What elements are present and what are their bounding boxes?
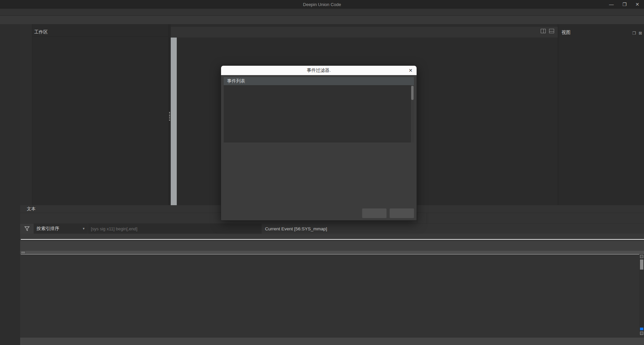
activity-bar [0,24,20,345]
menubar [0,9,644,16]
chevron-down-icon: ▼ [82,227,85,230]
workspace-panel: 工作区 [32,24,168,205]
window-title: Deepin Union Code [303,2,341,7]
vscrollbar-thumb[interactable] [640,260,643,270]
timeline-toolbar: 按索引排序 ▼ [sys sig x11] begin[,end] Curren… [20,223,644,234]
float-panel-icon[interactable]: ❐ [632,31,636,36]
scroll-down-icon[interactable] [640,332,643,335]
workspace-title: 工作区 [32,24,168,37]
view-panel: 视图 ❐ ⊠ [558,24,644,205]
hscrollbar-handle[interactable] [21,251,25,254]
scroll-selection-mark [640,328,643,330]
editor-split-controls [541,29,554,33]
timeline-search-input[interactable]: [sys sig x11] begin[,end] [88,224,262,234]
sort-dropdown[interactable]: 按索引排序 ▼ [34,224,88,234]
close-icon[interactable]: ✕ [635,2,639,7]
dialog-close-icon[interactable]: ✕ [408,68,413,73]
event-filter-dialog: 事件过滤器. ✕ 事件列表 [221,65,417,221]
event-table [21,254,639,254]
main-toolbar [0,16,644,24]
minimize-icon[interactable]: — [609,2,614,7]
app-window: Deepin Union Code — ❐ ✕ 工作区 视图 ❐ [0,0,644,345]
dialog-list-scrollbar[interactable] [411,85,414,142]
project-tree [32,38,168,205]
timeline-ruler [20,234,644,241]
dialog-title: 事件过滤器. [307,67,331,73]
close-panel-icon[interactable]: ⊠ [639,31,642,36]
split-horizontal-icon[interactable] [549,29,554,33]
timeline-hscrollbar[interactable] [20,251,644,254]
splitter-handle-icon[interactable] [169,112,170,121]
split-vertical-icon[interactable] [541,29,546,33]
editor-tabbar [171,27,558,38]
cancel-button[interactable] [389,208,414,218]
restore-icon[interactable]: ❐ [623,2,627,7]
editor-gutter[interactable] [171,38,177,205]
event-table-vscrollbar[interactable] [639,254,644,336]
bottom-panel: 文本 按索引排序 ▼ [sys sig x11] begin[,end] Cur… [20,205,644,345]
bottom-hscrollbar[interactable] [20,338,644,345]
window-titlebar: Deepin Union Code — ❐ ✕ [0,0,644,9]
timeline-band[interactable] [20,241,644,251]
ok-button[interactable] [362,208,387,218]
scroll-up-icon[interactable] [640,255,643,258]
dialog-section-header: 事件列表 [224,77,414,85]
syscall-filter-list [224,85,414,142]
view-panel-title: 视图 [561,30,571,36]
current-event-label: Current Event [56:SYS_mmap] [262,224,644,234]
tab-valgrind[interactable] [417,213,427,223]
workspace-vertical-tabs [20,24,32,205]
filter-funnel-icon[interactable] [20,224,34,234]
